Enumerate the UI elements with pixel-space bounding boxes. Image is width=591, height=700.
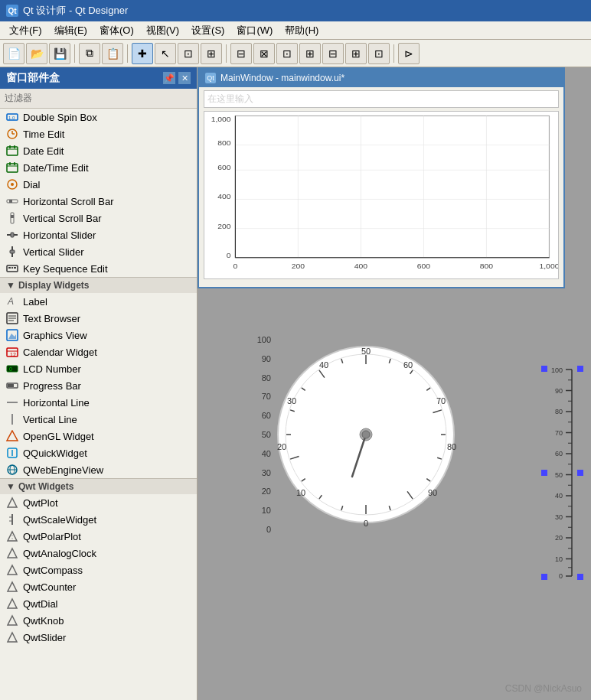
svg-rect-22 [10,250,15,253]
menu-window[interactable]: 窗口(W) [230,22,279,39]
svg-marker-55 [8,549,17,558]
sidebar-item-qwtslider[interactable]: QwtSlider [0,629,197,646]
svg-rect-25 [11,267,13,269]
toolbar-sep2 [127,44,128,63]
toolbar-copy-btn[interactable]: ⧉ [79,43,100,64]
sidebar-item-timeedit[interactable]: Time Edit [0,125,197,142]
sidebar-header: 窗口部件盒 📌 ✕ [0,67,197,89]
toolbar-select-btn[interactable]: ✚ [132,43,153,64]
toolbar-tab-btn[interactable]: ⊡ [178,43,199,64]
sidebar-item-vline[interactable]: Vertical Line [0,411,197,428]
menu-settings[interactable]: 设置(S) [185,22,230,39]
sidebar-item-progressbar[interactable]: Progress Bar [0,377,197,394]
sidebar-item-opengl[interactable]: OpenGL Widget [0,428,197,444]
dateedit-icon [6,145,18,157]
sidebar-item-calendar[interactable]: 12 Calendar Widget [0,343,197,360]
sidebar-item-lcd[interactable]: 0 LCD Number [0,360,197,377]
timeedit-icon [6,128,18,140]
menu-view[interactable]: 视图(V) [140,22,185,39]
toolbar-buddy-btn[interactable]: ⊞ [201,43,222,64]
hslider-icon [6,229,18,241]
svg-text:0: 0 [227,251,231,259]
sidebar-title: 窗口部件盒 [6,71,60,85]
svg-point-118 [362,431,370,438]
sidebar-item-label: Horizontal Scroll Bar [23,196,114,207]
sidebar-item-qwtdial[interactable]: QwtDial [0,595,197,612]
toolbar-paste-btn[interactable]: 📋 [102,43,123,64]
svg-text:40: 40 [555,492,563,500]
sidebar-item-hscrollbar[interactable]: Horizontal Scroll Bar [0,193,197,210]
app-icon: Qt [6,5,18,17]
sidebar-item-qwtanalogclock[interactable]: QwtAnalogClock [0,545,197,562]
chart-svg: 0 200 400 600 800 1,000 0 200 400 600 80… [204,112,558,278]
svg-text:60: 60 [555,450,563,457]
toolbar-pointer-btn[interactable]: ↖ [155,43,176,64]
handle-ml [541,470,547,476]
sidebar-item-datetimeedit[interactable]: Date/Time Edit [0,159,197,176]
svg-rect-9 [7,164,18,172]
svg-text:70: 70 [436,396,446,405]
sidebar-close-btn[interactable]: ✕ [178,72,191,84]
menu-form[interactable]: 窗体(O) [93,22,140,39]
toolbar-layout2-btn[interactable]: ⊠ [253,43,275,64]
sidebar-item-hslider[interactable]: Horizontal Slider [0,226,197,243]
sidebar-item-keyseq[interactable]: Key Sequence Edit [0,260,197,277]
menu-help[interactable]: 帮助(H) [279,22,325,39]
dial-icon [6,178,18,190]
svg-text:80: 80 [447,442,456,451]
svg-marker-58 [8,599,17,608]
svg-marker-49 [8,498,17,507]
toolbar-layout3-btn[interactable]: ⊡ [276,43,298,64]
svg-rect-26 [14,267,16,269]
sidebar-item-qwtcounter[interactable]: QwtCounter [0,578,197,595]
toolbar-preview-btn[interactable]: ⊳ [398,43,420,64]
content-area: Qt MainWindow - mainwindow.ui* 在这里输入 0 2… [198,67,591,700]
toolbar-sep1 [74,44,75,63]
menu-edit[interactable]: 编辑(E) [48,22,93,39]
qwtscale-icon [6,513,18,526]
sidebar-item-qwtscale[interactable]: QwtScaleWidget [0,511,197,528]
toolbar-layout1-btn[interactable]: ⊟ [230,43,252,64]
sidebar-item-vscrollbar[interactable]: Vertical Scroll Bar [0,210,197,226]
title-bar: Qt Qt 设计师 - Qt Designer [0,0,591,21]
category-qwt-widgets: ▼ Qwt Widgets [0,478,197,494]
menu-file[interactable]: 文件(F) [3,22,48,39]
sidebar-item-qwebengine[interactable]: QWebEngineView [0,461,197,478]
toolbar-layout7-btn[interactable]: ⊡ [368,43,390,64]
filter-label: 过滤器 [5,93,32,103]
toolbar-layout5-btn[interactable]: ⊟ [322,43,344,64]
sidebar-item-label: Vertical Slider [23,246,83,258]
sidebar-item-qquick[interactable]: QQuickWidget [0,444,197,461]
svg-rect-18 [11,215,14,218]
toolbar-layout6-btn[interactable]: ⊞ [345,43,367,64]
sidebar-item-qwtcompass[interactable]: QwtCompass [0,562,197,578]
handle-tr [577,366,583,372]
mdi-input-placeholder: 在这里输入 [207,93,253,104]
svg-text:400: 400 [217,193,231,201]
footer-credit: CSDN @NickAsuo [505,683,582,694]
svg-text:10: 10 [296,488,305,497]
sidebar-item-label: QwtSlider [23,632,66,643]
sidebar-item-dateedit[interactable]: Date Edit [0,142,197,159]
sidebar-item-label: Date Edit [23,145,64,157]
svg-rect-61 [235,116,549,257]
sidebar-item-graphicsview[interactable]: Graphics View [0,327,197,343]
datetimeedit-icon [6,161,18,174]
sidebar-item-dial[interactable]: Dial [0,176,197,193]
svg-text:800: 800 [480,262,494,270]
toolbar-save-btn[interactable]: 💾 [49,43,70,64]
toolbar-new-btn[interactable]: 📄 [3,43,24,64]
sidebar-item-qwtplot[interactable]: QwtPlot [0,494,197,511]
sidebar-item-textbrowser[interactable]: Text Browser [0,310,197,327]
sidebar-item-hline[interactable]: Horizontal Line [0,394,197,411]
svg-text:0: 0 [559,572,563,580]
sidebar-item-label[interactable]: A Label [0,293,197,310]
sidebar-item-vslider[interactable]: Vertical Slider [0,243,197,260]
toolbar-open-btn[interactable]: 📂 [26,43,47,64]
sidebar-item-doublespinbox[interactable]: 1.0 Double Spin Box [0,109,197,125]
sidebar-item-qwtpolar[interactable]: QwtPolarPlot [0,528,197,545]
toolbar-layout4-btn[interactable]: ⊞ [299,43,321,64]
sidebar-pin-btn[interactable]: 📌 [163,72,175,84]
sidebar-item-qwtknob[interactable]: QwtKnob [0,612,197,629]
svg-text:60: 60 [403,360,413,370]
